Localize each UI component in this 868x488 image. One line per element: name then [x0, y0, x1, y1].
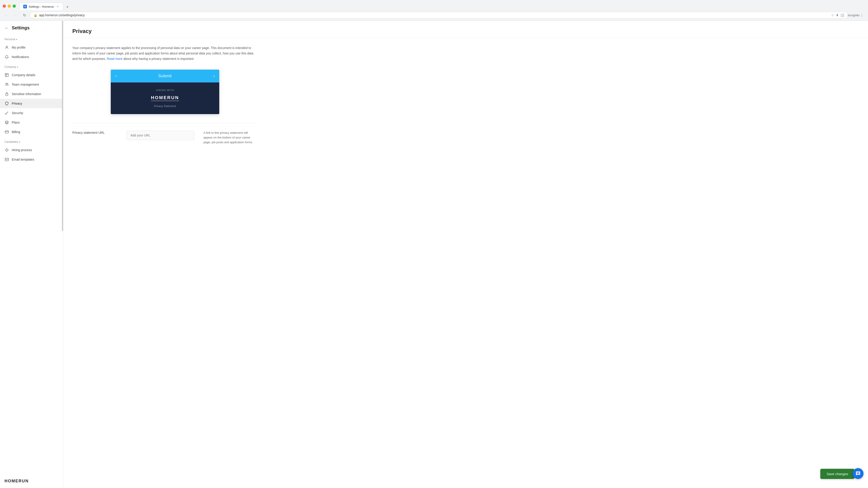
omnibar-row: ← → ↻ 🔒 app.homerun.co/settings/privacy …: [0, 10, 868, 21]
form-input-col: [127, 131, 194, 140]
chat-icon: [856, 471, 861, 476]
sidebar-item-plans[interactable]: Plans: [0, 118, 63, 127]
personal-section-label: Personal: [4, 38, 15, 41]
sidebar-section-personal: Personal ▾ My profile Notifications: [0, 36, 63, 62]
titlebar: H Settings - Homerun × +: [0, 0, 868, 10]
sidebar-item-team-management[interactable]: Team management: [0, 80, 63, 89]
sidebar-item-billing[interactable]: Billing: [0, 127, 63, 137]
sidebar-item-team-management-label: Team management: [12, 83, 39, 86]
url-field-label: Privacy statement URL: [72, 128, 105, 134]
window-close-btn[interactable]: [3, 4, 6, 8]
save-changes-button[interactable]: Save changes: [820, 469, 855, 479]
sidebar-item-notifications-label: Notifications: [12, 55, 29, 59]
sidebar-item-company-details-label: Company details: [12, 73, 35, 77]
svg-point-11: [6, 151, 7, 152]
reload-nav-btn[interactable]: ↻: [21, 11, 28, 19]
chat-widget-button[interactable]: [852, 468, 864, 479]
window-max-btn[interactable]: [13, 4, 16, 8]
sidebar-item-email-templates-label: Email templates: [12, 158, 34, 161]
sidebar-item-plans-label: Plans: [12, 121, 20, 124]
main-body: Your company's privacy statement applies…: [63, 38, 267, 159]
preview-card: ‹ Submit › HIRING WITH HOMERUN Privacy S…: [111, 70, 219, 114]
sidebar-item-sensitive-information[interactable]: Sensitive information: [0, 89, 63, 99]
back-nav-btn[interactable]: ←: [3, 11, 10, 19]
page-title: Privacy: [72, 28, 859, 34]
preview-container: ‹ Submit › HIRING WITH HOMERUN Privacy S…: [72, 70, 258, 114]
company-section-header[interactable]: Company ▾: [0, 64, 63, 70]
sidebar-logo-container: HOMERUN: [0, 474, 63, 484]
sidebar-item-security[interactable]: Security: [0, 108, 63, 118]
sidebar-back-arrow[interactable]: ←: [4, 25, 9, 31]
preview-privacy-statement-link[interactable]: Privacy Statement: [154, 105, 176, 108]
preview-hiring-text: HIRING WITH: [156, 89, 174, 92]
browser-action-icons: Incognito ⋮: [850, 11, 865, 19]
svg-point-10: [8, 150, 8, 151]
app-body: ← Settings Personal ▾ My profile Notific…: [0, 21, 868, 488]
sidebar: ← Settings Personal ▾ My profile Notific…: [0, 21, 63, 488]
sidebar-item-notifications[interactable]: Notifications: [0, 52, 63, 62]
save-btn-container: Save changes: [820, 469, 855, 479]
bookmark-icon[interactable]: ☆: [831, 13, 834, 17]
window-min-btn[interactable]: [8, 4, 11, 8]
main-content: Privacy Your company's privacy statement…: [63, 21, 868, 488]
sidebar-item-privacy[interactable]: Privacy: [0, 99, 63, 108]
active-tab[interactable]: H Settings - Homerun ×: [20, 3, 63, 10]
svg-rect-1: [5, 73, 8, 76]
description-part2: about why having a privacy statement is …: [123, 57, 194, 61]
extensions-icon[interactable]: ⬜: [840, 13, 844, 17]
sidebar-header: ← Settings: [0, 25, 63, 36]
tab-bar: H Settings - Homerun × +: [18, 3, 72, 10]
svg-point-9: [6, 149, 7, 149]
team-icon: [4, 82, 9, 87]
homerun-logo: HOMERUN: [4, 479, 59, 484]
omnibar[interactable]: 🔒 app.homerun.co/settings/privacy ☆ ⬇ ⬜: [30, 12, 848, 19]
preview-submit-bar: ‹ Submit ›: [111, 70, 219, 83]
candidates-chevron: ▾: [19, 141, 20, 143]
svg-point-5: [5, 113, 6, 115]
sidebar-section-company: Company ▾ Company details Team managemen…: [0, 64, 63, 137]
sidebar-item-billing-label: Billing: [12, 130, 20, 134]
sidebar-item-hiring-process[interactable]: Hiring process: [0, 145, 63, 155]
browser-chrome: H Settings - Homerun × + ← → ↻ 🔒 app.hom…: [0, 0, 868, 21]
description-text: Your company's privacy statement applies…: [72, 45, 258, 62]
cube-icon: [4, 120, 9, 125]
credit-card-icon: [4, 130, 9, 134]
sidebar-scrollbar[interactable]: [62, 21, 63, 488]
privacy-url-input[interactable]: [127, 131, 194, 140]
bell-icon: [4, 55, 9, 59]
sidebar-item-company-details[interactable]: Company details: [0, 70, 63, 80]
svg-rect-6: [5, 131, 8, 133]
privacy-url-form-row: Privacy statement URL A link to this pri…: [72, 131, 258, 144]
candidates-section-header[interactable]: Candidates ▾: [0, 138, 63, 145]
preview-footer: HIRING WITH HOMERUN Privacy Statement: [111, 83, 219, 114]
building-icon: [4, 73, 9, 77]
svg-point-8: [5, 150, 6, 151]
new-tab-btn[interactable]: +: [64, 4, 70, 10]
form-help-text: A link to this privacy statement will ap…: [204, 131, 258, 144]
person-icon: [4, 45, 9, 50]
sidebar-item-hiring-process-label: Hiring process: [12, 148, 32, 152]
flow-icon: [4, 148, 9, 152]
personal-section-header[interactable]: Personal ▾: [0, 36, 63, 43]
profile-icon-btn[interactable]: Incognito: [850, 11, 857, 19]
sidebar-item-my-profile-label: My profile: [12, 46, 26, 49]
svg-rect-4: [6, 94, 8, 96]
personal-chevron: ▾: [16, 38, 17, 41]
preview-chevron-right-icon[interactable]: ›: [213, 74, 215, 78]
sidebar-item-my-profile[interactable]: My profile: [0, 43, 63, 52]
svg-point-2: [6, 83, 7, 84]
more-options-btn[interactable]: ⋮: [858, 11, 865, 19]
form-label-col: Privacy statement URL: [72, 131, 118, 135]
download-icon[interactable]: ⬇: [836, 13, 839, 17]
tab-close-btn[interactable]: ×: [56, 5, 59, 8]
forward-nav-btn[interactable]: →: [12, 11, 19, 19]
sidebar-item-email-templates[interactable]: Email templates: [0, 155, 63, 164]
envelope-icon: [4, 157, 9, 162]
omnibar-url: app.homerun.co/settings/privacy: [39, 13, 829, 17]
preview-homerun-brand-text: HOMERUN: [151, 95, 179, 101]
read-more-link[interactable]: Read more: [107, 57, 123, 61]
sidebar-title: Settings: [12, 25, 30, 31]
company-section-label: Company: [4, 65, 16, 68]
sidebar-item-privacy-label: Privacy: [12, 102, 22, 105]
preview-chevron-left-icon[interactable]: ‹: [115, 74, 117, 78]
